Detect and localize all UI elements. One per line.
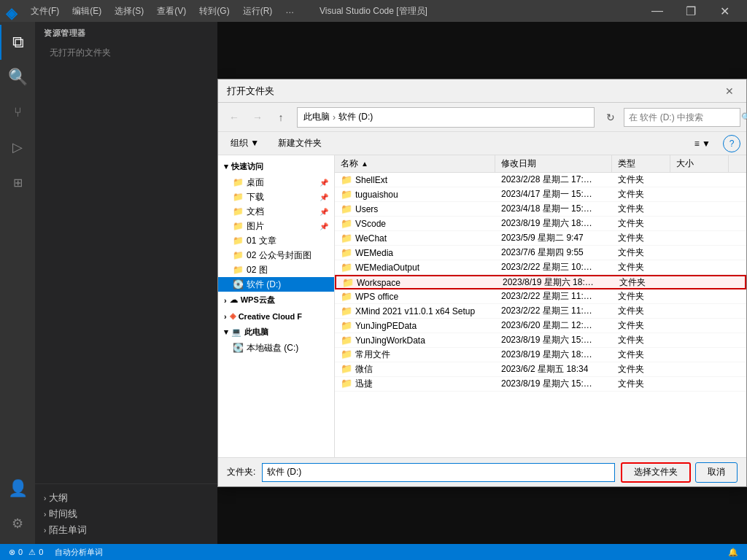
file-row[interactable]: 📁XMind 2021 v11.0.1 x64 Setup 2023/2/22 … bbox=[335, 304, 746, 319]
help-button[interactable]: ? bbox=[723, 135, 740, 152]
tree-item-documents[interactable]: 📁 文档 📌 bbox=[218, 204, 334, 219]
menu-select[interactable]: 选择(S) bbox=[109, 4, 150, 19]
file-dialog: 打开文件夹 ✕ ← → ↑ 此电脑 › 软件 (D:) ↻ bbox=[217, 79, 747, 487]
window-maximize-button[interactable]: ❐ bbox=[674, 0, 708, 22]
main-layout: ⧉ 🔍 ⑂ ▷ ⊞ 👤 ⚙ 资源管理器 bbox=[0, 22, 747, 544]
tree-item-wechat-cover[interactable]: 📁 02 公众号封面图 bbox=[218, 248, 334, 262]
dialog-nav-toolbar: ← → ↑ 此电脑 › 软件 (D:) ↻ 🔍 bbox=[218, 103, 746, 132]
quick-access-label: 快速访问 bbox=[231, 161, 263, 172]
title-bar: ◈ 文件(F) 编辑(E) 选择(S) 查看(V) 转到(G) 运行(R) … … bbox=[0, 0, 747, 22]
git-icon: ⑂ bbox=[14, 105, 22, 120]
dialog-second-toolbar: 组织 ▼ 新建文件夹 ≡ ▼ ? bbox=[218, 132, 746, 155]
breadcrumb-pc: 此电脑 bbox=[303, 111, 330, 123]
organize-button[interactable]: 组织 ▼ bbox=[224, 135, 266, 152]
tree-item-c-drive[interactable]: 💽 本地磁盘 (C:) bbox=[218, 341, 334, 355]
file-row[interactable]: 📁迅捷 2023/8/19 星期六 15:… 文件夹 bbox=[335, 377, 746, 392]
file-row[interactable]: 📁WPS office 2023/2/22 星期三 11:… 文件夹 bbox=[335, 289, 746, 304]
file-row[interactable]: 📁WeChat 2023/5/9 星期二 9:47 文件夹 bbox=[335, 231, 746, 246]
folder-input[interactable] bbox=[262, 463, 615, 482]
wps-cloud-icon: ☁ bbox=[230, 295, 238, 305]
new-folder-button[interactable]: 新建文件夹 bbox=[271, 135, 328, 152]
status-errors[interactable]: ⊗ 0 ⚠ 0 bbox=[6, 548, 46, 557]
folder-icon: 📁 bbox=[341, 247, 352, 258]
column-date[interactable]: 修改日期 bbox=[495, 155, 612, 172]
tree-item-desktop[interactable]: 📁 桌面 📌 bbox=[218, 175, 334, 190]
menu-more[interactable]: … bbox=[279, 4, 300, 19]
menu-run[interactable]: 运行(R) bbox=[237, 4, 279, 19]
folder-icon: 📁 bbox=[341, 378, 352, 389]
window-minimize-button[interactable]: — bbox=[640, 0, 674, 22]
search-box: 🔍 bbox=[624, 108, 740, 127]
activity-item-debug[interactable]: ▷ bbox=[0, 130, 35, 165]
editor-area: 打开文件夹 ✕ ← → ↑ 此电脑 › 软件 (D:) ↻ bbox=[217, 22, 747, 544]
up-button[interactable]: ↑ bbox=[271, 108, 291, 127]
creative-cloud-header[interactable]: › ◈ Creative Cloud F bbox=[218, 308, 334, 324]
file-list-header: 名称 ▲ 修改日期 类型 大小 bbox=[335, 155, 746, 173]
file-row[interactable]: 📁Users 2023/4/18 星期一 15:… 文件夹 bbox=[335, 202, 746, 217]
folder-icon: 📁 bbox=[233, 265, 244, 275]
dialog-footer: 文件夹: 选择文件夹 取消 bbox=[218, 457, 746, 486]
status-bell[interactable]: 🔔 bbox=[725, 548, 741, 557]
sidebar-item-vocab[interactable]: › 陌生单词 bbox=[35, 522, 217, 538]
menu-file[interactable]: 文件(F) bbox=[25, 4, 65, 19]
file-row[interactable]: 📁WEMedia 2023/7/6 星期四 9:55 文件夹 bbox=[335, 246, 746, 260]
cancel-button[interactable]: 取消 bbox=[695, 462, 738, 483]
file-row[interactable]: 📁YunJingPEData 2023/6/20 星期二 12:… 文件夹 bbox=[335, 319, 746, 333]
forward-button[interactable]: → bbox=[247, 108, 268, 127]
tree-item-articles[interactable]: 📁 01 文章 bbox=[218, 233, 334, 248]
file-row[interactable]: 📁tuguaishou 2023/4/17 星期一 15:… 文件夹 bbox=[335, 187, 746, 202]
sidebar-item-outline[interactable]: › 大纲 bbox=[35, 490, 217, 506]
column-size[interactable]: 大小 bbox=[670, 155, 729, 172]
window-title: Visual Studio Code [管理员] bbox=[320, 5, 427, 18]
activity-item-extensions[interactable]: ⊞ bbox=[0, 165, 35, 200]
menu-goto[interactable]: 转到(G) bbox=[193, 4, 235, 19]
sidebar: 资源管理器 无打开的文件夹 › 大纲 › 时间线 › 陌生单词 bbox=[35, 22, 217, 544]
file-row[interactable]: 📁ShellExt 2023/2/28 星期二 17:… 文件夹 bbox=[335, 173, 746, 187]
file-row[interactable]: 📁YunJingWorkData 2023/8/19 星期六 15:… 文件夹 bbox=[335, 333, 746, 348]
menu-edit[interactable]: 编辑(E) bbox=[66, 4, 107, 19]
activity-item-explorer[interactable]: ⧉ bbox=[0, 25, 35, 60]
column-name[interactable]: 名称 ▲ bbox=[335, 155, 495, 172]
folder-icon: 📁 bbox=[341, 320, 352, 331]
view-button[interactable]: ≡ ▼ bbox=[688, 135, 717, 152]
creative-arrow-icon: › bbox=[224, 312, 227, 321]
status-info[interactable]: 自动分析单词 bbox=[52, 547, 106, 558]
search-icon: 🔍 bbox=[8, 68, 28, 87]
activity-item-settings[interactable]: ⚙ bbox=[0, 506, 35, 541]
activity-item-git[interactable]: ⑂ bbox=[0, 95, 35, 130]
folder-icon: 📁 bbox=[341, 203, 352, 214]
wps-cloud-header[interactable]: › ☁ WPS云盘 bbox=[218, 292, 334, 308]
activity-item-account[interactable]: 👤 bbox=[0, 471, 35, 506]
file-row-workspace[interactable]: 📁Workspace 2023/8/19 星期六 18:… 文件夹 bbox=[335, 275, 746, 289]
file-row[interactable]: 📁常用文件 2023/8/19 星期六 18:… 文件夹 bbox=[335, 348, 746, 362]
folder-icon: 📁 bbox=[341, 174, 352, 185]
tree-item-pictures[interactable]: 📁 图片 📌 bbox=[218, 219, 334, 233]
window-close-button[interactable]: ✕ bbox=[708, 0, 741, 22]
activity-item-search[interactable]: 🔍 bbox=[0, 60, 35, 95]
bell-icon: 🔔 bbox=[728, 548, 738, 557]
this-pc-header[interactable]: ▾ 💻 此电脑 bbox=[218, 324, 334, 341]
file-row[interactable]: 📁微信 2023/6/2 星期五 18:34 文件夹 bbox=[335, 362, 746, 377]
gear-icon: ⚙ bbox=[12, 516, 23, 532]
error-icon: ⊗ bbox=[9, 548, 15, 557]
tree-item-downloads[interactable]: 📁 下载 📌 bbox=[218, 190, 334, 204]
refresh-button[interactable]: ↻ bbox=[600, 108, 621, 127]
sidebar-item-timeline[interactable]: › 时间线 bbox=[35, 506, 217, 522]
search-input[interactable] bbox=[629, 112, 738, 122]
file-row[interactable]: 📁VScode 2023/8/19 星期六 18:… 文件夹 bbox=[335, 217, 746, 231]
extensions-icon: ⊞ bbox=[13, 176, 23, 190]
file-row[interactable]: 📁WEMediaOutput 2023/2/22 星期三 10:… 文件夹 bbox=[335, 260, 746, 275]
folder-icon: 📁 bbox=[233, 236, 244, 246]
tree-item-software-d[interactable]: 💽 软件 (D:) bbox=[218, 277, 334, 292]
explorer-icon: ⧉ bbox=[12, 33, 24, 52]
this-pc-arrow-icon: ▾ bbox=[224, 327, 228, 337]
dialog-close-button[interactable]: ✕ bbox=[721, 83, 738, 99]
tree-item-02-img[interactable]: 📁 02 图 bbox=[218, 262, 334, 277]
file-list-container: 名称 ▲ 修改日期 类型 大小 📁ShellExt 2023/2/28 星期 bbox=[335, 155, 746, 457]
timeline-arrow-icon: › bbox=[44, 510, 46, 518]
menu-view[interactable]: 查看(V) bbox=[151, 4, 192, 19]
back-button[interactable]: ← bbox=[224, 108, 244, 127]
select-folder-button[interactable]: 选择文件夹 bbox=[621, 462, 691, 483]
search-icon: 🔍 bbox=[741, 112, 747, 122]
column-type[interactable]: 类型 bbox=[612, 155, 670, 172]
